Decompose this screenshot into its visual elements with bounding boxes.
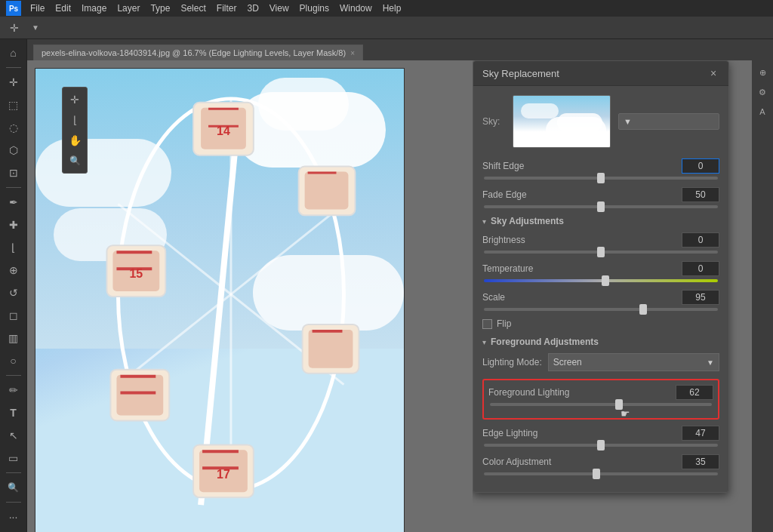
menu-image[interactable]: Image	[77, 2, 111, 15]
temperature-slider-track[interactable]	[484, 279, 718, 282]
left-toolbar: ⌂ ✛ ⬚ ◌ ⬡ ⊡ ✒ ✚ ⌊ ⊕ ↺ ◻ ▥ ○ ✏ T ↖ ▭ 🔍 ··…	[0, 39, 27, 532]
brightness-slider-row	[482, 251, 719, 254]
brightness-row: Brightness	[482, 232, 719, 248]
scale-slider-track[interactable]	[484, 308, 718, 311]
edge-lighting-input[interactable]	[682, 426, 719, 441]
sky-thumbnail[interactable]	[513, 95, 611, 148]
document-tab[interactable]: pexels-elina-volkova-18403914.jpg @ 16.7…	[33, 45, 363, 60]
shift-edge-slider-thumb[interactable]	[597, 173, 605, 183]
brush-tool-button[interactable]: ⌊	[3, 237, 24, 258]
sky-panel-close-button[interactable]: ×	[707, 67, 719, 79]
color-adjustment-input[interactable]	[682, 454, 719, 469]
text-tool-button[interactable]: T	[3, 402, 24, 423]
right-tool-3[interactable]: A	[753, 103, 771, 121]
menu-layer[interactable]: Layer	[112, 2, 144, 15]
home-tool-button[interactable]: ⌂	[3, 42, 24, 63]
pen-tool-button[interactable]: ✏	[3, 380, 24, 401]
fade-edge-slider-track[interactable]	[484, 205, 718, 208]
lighting-mode-chevron: ▼	[707, 358, 714, 367]
dodge-tool-button[interactable]: ○	[3, 350, 24, 371]
foreground-adjustments-header: ▾ Foreground Adjustments	[482, 337, 719, 347]
menu-edit[interactable]: Edit	[51, 2, 75, 15]
gradient-tool-button[interactable]: ▥	[3, 328, 24, 349]
history-brush-button[interactable]: ↺	[3, 282, 24, 303]
tab-bar: pexels-elina-volkova-18403914.jpg @ 16.7…	[27, 39, 773, 60]
sky-replacement-panel: Sky Replacement × Sky:	[473, 60, 729, 493]
scale-slider-thumb[interactable]	[639, 304, 647, 315]
foreground-lighting-input[interactable]	[676, 385, 713, 400]
options-dropdown-icon[interactable]: ▼	[27, 20, 44, 36]
path-select-button[interactable]: ↖	[3, 425, 24, 446]
options-bar: ✛ ▼	[0, 17, 773, 39]
right-tool-2[interactable]: ⚙	[753, 83, 771, 101]
clone-tool-button[interactable]: ⊕	[3, 260, 24, 281]
menu-view[interactable]: View	[265, 2, 294, 15]
tab-close-button[interactable]: ×	[350, 49, 355, 57]
toolbar-separator-2	[6, 187, 21, 188]
menu-plugins[interactable]: Plugins	[295, 2, 334, 15]
svg-text:15: 15	[129, 267, 143, 280]
svg-marker-7	[208, 108, 239, 110]
temperature-input[interactable]	[682, 261, 719, 276]
menu-type[interactable]: Type	[146, 2, 174, 15]
menu-window[interactable]: Window	[335, 2, 377, 15]
eraser-tool-button[interactable]: ◻	[3, 305, 24, 326]
scale-input[interactable]	[682, 290, 719, 305]
more-tools-button[interactable]: ···	[3, 506, 24, 527]
scale-row: Scale	[482, 290, 719, 305]
eyedropper-tool-button[interactable]: ✒	[3, 192, 24, 213]
color-adjustment-slider-track[interactable]	[484, 472, 718, 475]
sky-dropdown-chevron: ▼	[624, 117, 632, 126]
canvas-image: 14 15	[35, 68, 405, 532]
menu-select[interactable]: Select	[176, 2, 210, 15]
move-tool-button[interactable]: ✛	[3, 72, 24, 93]
canvas-area: pexels-elina-volkova-18403914.jpg @ 16.7…	[27, 39, 773, 532]
canvas-brush-icon[interactable]: ⌊	[66, 111, 84, 129]
sky-dropdown[interactable]: ▼	[618, 113, 719, 130]
svg-marker-15	[116, 251, 152, 254]
menu-filter[interactable]: Filter	[212, 2, 242, 15]
svg-marker-20	[313, 330, 343, 333]
fade-edge-input[interactable]	[682, 187, 719, 202]
shift-edge-slider-track[interactable]	[484, 177, 718, 180]
lasso-tool-button[interactable]: ◌	[3, 117, 24, 138]
tab-filename: pexels-elina-volkova-18403914.jpg @ 16.7…	[42, 48, 346, 57]
right-tool-1[interactable]: ⊕	[753, 63, 771, 81]
sky-label: Sky:	[482, 116, 505, 127]
edge-lighting-slider-track[interactable]	[484, 444, 718, 447]
toolbar-separator-3	[6, 375, 21, 376]
lighting-mode-select[interactable]: Screen ▼	[548, 353, 719, 371]
zoom-tool-button[interactable]: 🔍	[3, 477, 24, 498]
canvas-zoom-icon[interactable]: 🔍	[66, 152, 84, 170]
foreground-lighting-slider-track[interactable]	[490, 403, 712, 406]
healing-tool-button[interactable]: ✚	[3, 214, 24, 235]
fade-edge-slider-thumb[interactable]	[597, 201, 605, 212]
sky-panel-header: Sky Replacement ×	[473, 61, 728, 86]
crop-tool-button[interactable]: ⊡	[3, 162, 24, 183]
canvas-hand-icon[interactable]: ✋	[66, 131, 84, 149]
scale-label: Scale	[482, 292, 505, 303]
marquee-tool-button[interactable]: ⬚	[3, 94, 24, 115]
brightness-slider-track[interactable]	[484, 251, 718, 254]
cloud-shape-3	[521, 103, 559, 118]
foreground-lighting-row: Foreground Lighting	[488, 385, 713, 400]
sky-selector-row: Sky: ▼	[482, 95, 719, 148]
svg-rect-19	[309, 330, 353, 368]
app-logo: Ps	[6, 1, 21, 16]
toolbar-separator-5	[6, 502, 21, 503]
shift-edge-label: Shift Edge	[482, 161, 524, 171]
edge-lighting-slider-thumb[interactable]	[597, 440, 605, 451]
menu-file[interactable]: File	[26, 2, 49, 15]
lighting-mode-row: Lighting Mode: Screen ▼	[482, 353, 719, 371]
shape-tool-button[interactable]: ▭	[3, 447, 24, 469]
color-adjustment-slider-thumb[interactable]	[593, 469, 600, 479]
brightness-input[interactable]	[682, 232, 719, 248]
brightness-slider-thumb[interactable]	[597, 247, 605, 257]
canvas-move-icon[interactable]: ✛	[66, 91, 84, 109]
flip-checkbox[interactable]	[482, 319, 492, 329]
temperature-slider-thumb[interactable]	[602, 275, 609, 286]
menu-help[interactable]: Help	[378, 2, 406, 15]
shift-edge-input[interactable]	[682, 158, 719, 174]
menu-3d[interactable]: 3D	[242, 2, 263, 15]
quick-select-tool-button[interactable]: ⬡	[3, 140, 24, 161]
